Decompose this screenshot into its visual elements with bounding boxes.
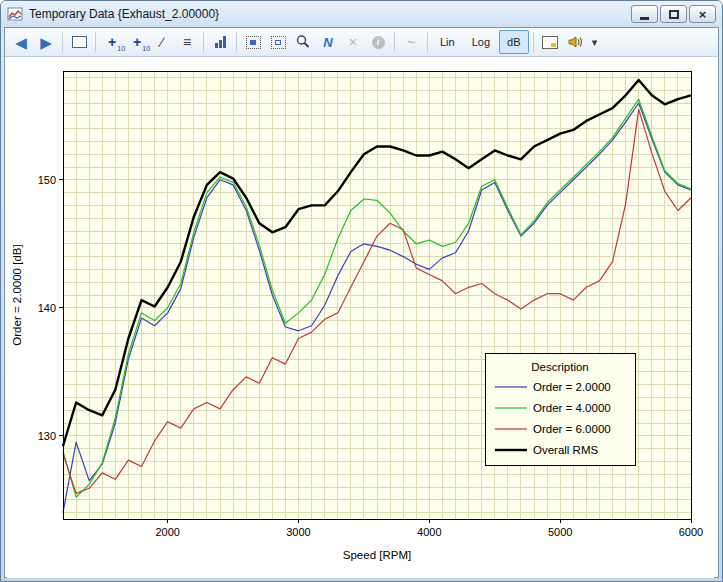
x-tick-label: 4000	[417, 526, 441, 538]
db-scale-button[interactable]: dB	[499, 30, 528, 54]
rewind-icon: ◀	[15, 35, 27, 50]
double-cursor-button[interactable]: +10	[125, 30, 149, 54]
bar-display-button[interactable]	[208, 30, 232, 54]
x-tick-label: 3000	[286, 526, 310, 538]
close-button[interactable]: ×	[689, 5, 716, 23]
lin-scale-button[interactable]: Lin	[432, 30, 463, 54]
minimize-icon	[640, 17, 649, 20]
y-tick-label: 150	[38, 174, 56, 186]
delete-icon: ×	[349, 35, 357, 49]
window-title: Temporary Data {Exhaust_2.00000}	[29, 7, 219, 21]
chart-area: 20003000400050006000130140150Speed [RPM]…	[5, 57, 718, 577]
toolbar-overflow-button[interactable]: ▾	[589, 30, 601, 54]
y-tick-label: 130	[38, 430, 56, 442]
harmonic-cursor-button[interactable]: ∕	[150, 30, 174, 54]
toolbar-separator	[427, 32, 428, 52]
single-cursor-button[interactable]: +10	[100, 30, 124, 54]
display-layout-button[interactable]	[67, 30, 91, 54]
curve-fit-button[interactable]: N	[316, 30, 340, 54]
curve-fit-icon: N	[323, 35, 332, 50]
legend-title: Description	[531, 361, 589, 373]
info-icon: i	[372, 36, 385, 49]
bar-chart-icon	[215, 36, 226, 48]
overflow-icon: ▾	[592, 37, 598, 48]
rewind-button[interactable]: ◀	[9, 30, 33, 54]
client-area: ◀ ▶ +10 +10 ∕ ≡	[4, 27, 719, 578]
zoom-tool-button[interactable]	[291, 30, 315, 54]
y-tick-label: 140	[38, 302, 56, 314]
toolbar-separator	[203, 32, 204, 52]
single-cursor-icon: +10	[108, 35, 116, 49]
sound-playback-button[interactable]	[563, 30, 588, 54]
zoom-out-icon	[271, 36, 286, 49]
app-icon	[7, 6, 23, 22]
speaker-icon	[567, 34, 584, 50]
print-button[interactable]	[538, 30, 562, 54]
x-axis-label: Speed [RPM]	[343, 549, 411, 561]
magnifier-icon	[295, 34, 311, 50]
legend-entry-label: Order = 2.0000	[533, 381, 611, 393]
print-icon	[542, 36, 558, 49]
zoom-in-button[interactable]	[241, 30, 265, 54]
maximize-button[interactable]	[660, 5, 687, 23]
toolbar-separator	[62, 32, 63, 52]
legend-entry-label: Order = 4.0000	[533, 402, 611, 414]
toolbar-separator	[236, 32, 237, 52]
close-icon: ×	[699, 8, 707, 21]
zoom-out-button[interactable]	[266, 30, 290, 54]
sideband-cursor-button[interactable]: ≡	[175, 30, 199, 54]
delete-curve-button[interactable]: ×	[341, 30, 365, 54]
info-button[interactable]: i	[366, 30, 390, 54]
log-scale-button[interactable]: Log	[464, 30, 498, 54]
zoom-in-icon	[246, 36, 261, 49]
minimize-button[interactable]	[631, 5, 658, 23]
window-controls: ×	[631, 5, 716, 23]
chart-plot[interactable]: 20003000400050006000130140150Speed [RPM]…	[7, 59, 714, 578]
x-tick-label: 6000	[679, 526, 703, 538]
toolbar-separator	[533, 32, 534, 52]
x-tick-label: 5000	[548, 526, 572, 538]
toolbar-separator	[95, 32, 96, 52]
double-cursor-icon: +10	[133, 35, 141, 49]
play-icon: ▶	[40, 35, 52, 50]
display-layout-icon	[72, 36, 87, 48]
reference-curve-button[interactable]: ~	[399, 30, 423, 54]
maximize-icon	[669, 10, 679, 19]
wave-icon: ~	[407, 35, 415, 49]
x-tick-label: 2000	[155, 526, 179, 538]
app-window: Temporary Data {Exhaust_2.00000} × ◀ ▶ +…	[0, 0, 723, 582]
sideband-cursor-icon: ≡	[183, 35, 191, 49]
titlebar[interactable]: Temporary Data {Exhaust_2.00000} ×	[1, 1, 722, 27]
legend[interactable]: DescriptionOrder = 2.0000Order = 4.0000O…	[485, 353, 635, 465]
toolbar: ◀ ▶ +10 +10 ∕ ≡	[5, 28, 718, 57]
play-button[interactable]: ▶	[34, 30, 58, 54]
legend-entry-label: Overall RMS	[533, 444, 599, 456]
y-axis-label: Order = 2.0000 [dB]	[11, 244, 23, 345]
legend-entry-label: Order = 6.0000	[533, 423, 611, 435]
toolbar-separator	[394, 32, 395, 52]
harmonic-cursor-icon: ∕	[161, 35, 163, 49]
